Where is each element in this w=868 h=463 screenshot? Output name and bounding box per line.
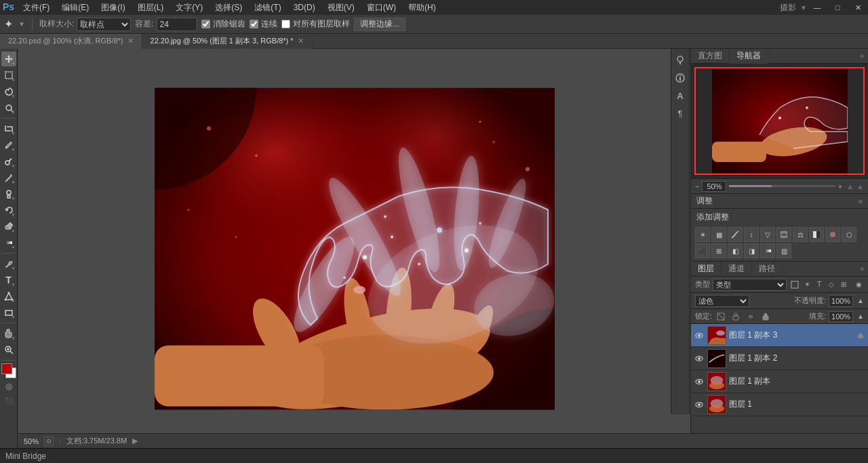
adj-bw[interactable] — [809, 227, 824, 242]
menu-layer[interactable]: 图层(L) — [132, 1, 170, 15]
opacity-expand[interactable]: ▲ — [857, 297, 864, 304]
zoom-out-btn[interactable]: − — [695, 182, 699, 190]
fill-input[interactable]: 100% — [829, 311, 853, 322]
tab-1-close[interactable]: ✕ — [298, 37, 304, 45]
antialias-checkbox[interactable] — [201, 20, 210, 28]
type-panel-icon[interactable]: A — [673, 88, 688, 103]
all-layers-checkbox[interactable] — [281, 20, 290, 28]
tool-dropdown-arrow[interactable]: ▼ — [18, 20, 25, 28]
sample-size-select[interactable]: 取样点 — [77, 18, 131, 31]
adj-gradient-map[interactable] — [760, 243, 775, 258]
layer-row-1[interactable]: 图层 1 副本 2 — [691, 347, 868, 370]
filter-pixel-icon[interactable] — [789, 279, 800, 290]
healing-tool[interactable]: ▼ — [1, 154, 16, 169]
refine-edge-button[interactable]: 调整边缘... — [354, 18, 406, 31]
pen-tool[interactable]: ▼ — [1, 256, 16, 271]
tab-0[interactable]: 22.20.psd @ 100% (水滴, RGB/8*) ✕ — [0, 34, 142, 49]
menu-help[interactable]: 帮助(H) — [403, 1, 441, 15]
adj-photo-filter[interactable] — [825, 227, 840, 242]
adj-curves[interactable] — [728, 227, 743, 242]
adjustment-collapse[interactable]: » — [858, 197, 863, 206]
layers-tab[interactable]: 图层 — [691, 262, 722, 277]
contiguous-checkbox[interactable] — [250, 20, 258, 28]
adj-exposure[interactable]: ↕ — [744, 227, 759, 242]
brush-tool[interactable]: ▼ — [1, 170, 16, 185]
filter-type-icon[interactable]: T — [814, 279, 825, 290]
layer-row-3[interactable]: 图层 1 — [691, 393, 868, 416]
path-selection-tool[interactable]: ▼ — [1, 289, 16, 304]
tab-1[interactable]: 22.20.jpg @ 50% (图层 1 副本 3, RGB/8*) * ✕ — [142, 34, 313, 49]
paragraph-panel-icon[interactable]: ¶ — [673, 106, 688, 121]
menu-view[interactable]: 视图(V) — [322, 1, 360, 15]
status-info-expand[interactable]: ▶ — [132, 437, 138, 445]
adj-brightness[interactable]: ☀ — [695, 227, 710, 242]
screen-mode-btn[interactable]: ⬛ — [1, 395, 16, 407]
menu-select[interactable]: 选择(S) — [210, 1, 248, 15]
filter-adjustment-icon[interactable]: ☀ — [802, 279, 812, 290]
lock-position-btn[interactable] — [745, 310, 757, 323]
menu-filter[interactable]: 滤镜(T) — [249, 1, 286, 15]
close-button[interactable]: ✕ — [848, 0, 868, 15]
right-panel-collapse[interactable]: » — [860, 52, 868, 60]
adj-posterize[interactable]: ◧ — [728, 243, 743, 258]
text-tool[interactable]: T ▼ — [1, 273, 16, 287]
blend-mode-select[interactable]: 正常溶解变暗正片叠底颜色加深线性加深深色变亮滤色颜色减淡线性减淡浅色叠加柔光强光… — [695, 295, 749, 307]
selection-tool[interactable]: ▼ — [1, 68, 16, 83]
adj-threshold[interactable]: ◨ — [744, 243, 759, 258]
quick-selection-tool[interactable]: ▼ — [1, 100, 16, 115]
menu-file[interactable]: 文件(F) — [18, 1, 55, 15]
adj-color-balance[interactable]: ⚖ — [793, 227, 808, 242]
tolerance-input[interactable]: 24 — [157, 18, 197, 31]
foreground-color[interactable] — [1, 363, 12, 374]
adj-channel-mixer[interactable]: ⬡ — [842, 227, 856, 242]
crop-tool[interactable]: ▼ — [1, 121, 16, 136]
adj-hsl[interactable] — [776, 227, 791, 242]
tab-0-close[interactable]: ✕ — [127, 37, 134, 45]
eyedropper-tool[interactable]: ▼ — [1, 138, 16, 153]
shape-tool[interactable]: ▼ — [1, 305, 16, 320]
adj-invert[interactable]: ⊞ — [711, 243, 726, 258]
clone-tool[interactable]: ▼ — [1, 186, 16, 201]
layer-3-visibility[interactable] — [694, 399, 705, 410]
zoom-input[interactable]: 50% — [702, 181, 726, 192]
layer-2-visibility[interactable] — [694, 376, 705, 387]
zoom-expand-icon[interactable]: ▲ — [846, 182, 854, 190]
quick-mask-btn[interactable]: ◎ — [1, 380, 16, 393]
zoom-status-btn[interactable] — [44, 437, 54, 446]
history-tool[interactable]: ▼ — [1, 203, 16, 218]
filter-toggle[interactable]: ◉ — [853, 279, 864, 290]
maximize-button[interactable]: □ — [827, 0, 848, 15]
canvas-document[interactable] — [155, 87, 555, 409]
adj-selective-color[interactable]: ▥ — [776, 243, 791, 258]
navigator-tab[interactable]: 导航器 — [730, 49, 768, 64]
filter-type-select[interactable]: 类型 名称 效果 模式 — [713, 279, 787, 291]
lock-image-btn[interactable] — [730, 310, 742, 323]
channels-tab[interactable]: 通道 — [722, 262, 752, 277]
eraser-tool[interactable]: ▼ — [1, 219, 16, 234]
layer-0-visibility[interactable] — [694, 330, 705, 341]
minimize-button[interactable]: — — [807, 0, 827, 15]
adj-levels[interactable]: ▦ — [711, 227, 726, 242]
lock-transparent-btn[interactable] — [715, 310, 727, 323]
adj-color-lookup[interactable]: ⬛ — [695, 243, 710, 258]
menu-3d[interactable]: 3D(D) — [288, 1, 321, 14]
paths-tab[interactable]: 路径 — [752, 262, 783, 277]
layer-row-2[interactable]: 图层 1 副本 — [691, 370, 868, 393]
menu-image[interactable]: 图像(I) — [96, 1, 130, 15]
lasso-tool[interactable]: ▼ — [1, 84, 16, 99]
adj-vibrance[interactable]: ▽ — [760, 227, 775, 242]
menu-type[interactable]: 文字(Y) — [170, 1, 208, 15]
menu-window[interactable]: 窗口(W) — [361, 1, 401, 15]
gradient-tool[interactable]: ▼ — [1, 235, 16, 250]
brush-presets-icon[interactable] — [673, 53, 688, 68]
zoom-tool[interactable] — [1, 342, 16, 357]
filter-shape-icon[interactable]: ◇ — [826, 279, 837, 290]
zoom-collapse-icon[interactable]: ▲ — [856, 182, 864, 190]
info-panel-icon[interactable] — [673, 71, 688, 85]
hand-tool[interactable]: ▼ — [1, 326, 16, 341]
layer-row-0[interactable]: 图层 1 副本 3 — [691, 324, 868, 347]
filter-smart-icon[interactable]: ⊞ — [838, 279, 849, 290]
histogram-tab[interactable]: 直方图 — [691, 49, 730, 64]
color-picker[interactable] — [1, 363, 16, 378]
zoom-slider[interactable] — [729, 185, 835, 187]
